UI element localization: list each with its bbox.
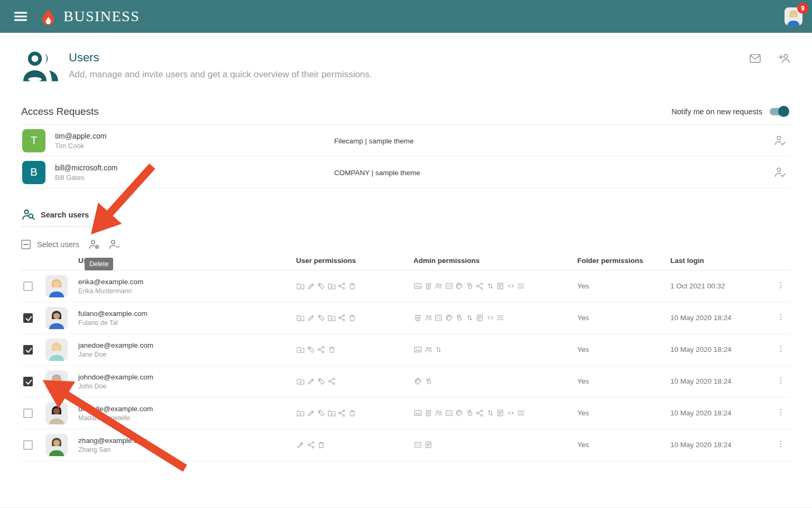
row-checkbox[interactable] — [23, 282, 33, 291]
folder-download-icon — [296, 409, 305, 418]
watermark-icon — [424, 377, 433, 386]
last-login-value: 1 Oct 2021 00:32 — [670, 282, 776, 290]
folder-download-icon — [296, 377, 305, 386]
users-icon — [424, 313, 433, 322]
access-request-row: T tim@apple.com Tim Cook Filecamp | samp… — [21, 125, 791, 157]
user-permission-icons[interactable] — [296, 440, 413, 449]
sort-icon — [486, 409, 495, 418]
remove-user-icon[interactable] — [108, 238, 121, 251]
share-icon — [337, 409, 346, 418]
request-name: Bill Gates — [55, 174, 117, 182]
folder-permissions-value: Yes — [577, 282, 670, 290]
image-folder-icon — [413, 345, 422, 354]
admin-permission-icons[interactable] — [413, 345, 577, 354]
share-icon — [475, 282, 484, 291]
sort-icon — [486, 282, 495, 291]
page-title: Users — [69, 51, 372, 65]
admin-permission-icons[interactable] — [413, 282, 577, 291]
admin-permission-icons[interactable] — [413, 409, 577, 418]
list-icon — [516, 409, 525, 418]
palette-icon — [455, 282, 464, 291]
user-name: John Doe — [78, 383, 296, 390]
kebab-menu-icon[interactable] — [776, 439, 786, 449]
notification-badge[interactable]: 9 — [797, 3, 808, 14]
column-last-login: Last login — [670, 257, 776, 265]
user-permission-icons[interactable] — [296, 377, 413, 386]
column-user-permissions: User permissions — [296, 257, 413, 265]
kebab-menu-icon[interactable] — [776, 344, 786, 353]
approve-user-icon[interactable] — [773, 134, 787, 147]
table-row: unetelle@example.com Madame Unetelle Yes… — [21, 397, 791, 429]
user-permission-icons[interactable] — [296, 282, 413, 291]
search-users-input[interactable]: Search users — [21, 207, 117, 227]
kebab-menu-icon[interactable] — [776, 376, 786, 385]
approve-user-icon[interactable] — [773, 166, 787, 179]
row-checkbox[interactable] — [23, 409, 33, 418]
column-folder-permissions: Folder permissions — [577, 257, 670, 265]
trash-icon — [348, 409, 357, 418]
row-checkbox[interactable] — [23, 377, 33, 386]
row-checkbox[interactable] — [23, 345, 33, 355]
add-user-icon[interactable] — [778, 52, 791, 65]
trash-icon — [317, 440, 326, 449]
tag-icon — [317, 313, 326, 322]
folder-add-icon — [327, 313, 336, 322]
admin-permission-icons[interactable] — [413, 377, 577, 386]
tag-icon — [317, 282, 326, 291]
select-all-checkbox[interactable] — [21, 240, 31, 249]
tag-icon — [307, 345, 316, 354]
user-email: fulano@example.com — [78, 310, 296, 318]
users-page-icon — [21, 51, 61, 81]
tag-icon — [317, 409, 326, 418]
trash-icon — [348, 313, 357, 322]
trash-alt-icon — [424, 282, 433, 291]
watermark-icon — [465, 409, 474, 418]
document-icon — [496, 282, 505, 291]
image-folder-icon — [413, 409, 422, 418]
document-icon — [475, 313, 484, 322]
request-project: Filecamp | sample theme — [334, 137, 414, 144]
user-avatar — [45, 434, 68, 456]
request-avatar: T — [22, 129, 45, 152]
notify-toggle[interactable] — [770, 108, 788, 115]
share-icon — [317, 345, 326, 354]
user-permission-icons[interactable] — [296, 345, 413, 354]
user-avatar — [45, 275, 68, 297]
user-avatar — [45, 339, 68, 361]
trash-icon — [327, 345, 336, 354]
user-avatar — [45, 370, 68, 393]
request-email: tim@apple.com — [55, 132, 106, 140]
menu-icon[interactable] — [13, 8, 29, 24]
select-users-label: Select users — [37, 240, 79, 249]
user-email: zhang@example.com — [78, 437, 296, 444]
image-folder-icon — [413, 282, 422, 291]
last-login-value: 10 May 2020 18:24 — [670, 409, 776, 417]
code-icon — [506, 409, 515, 418]
row-checkbox[interactable] — [23, 313, 33, 323]
user-permission-icons[interactable] — [296, 313, 413, 322]
user-email: erika@example.com — [78, 278, 296, 286]
kebab-menu-icon[interactable] — [776, 407, 786, 417]
admin-permission-icons[interactable] — [413, 440, 577, 449]
top-bar: BUSINESS 9 — [0, 0, 812, 33]
admin-permission-icons[interactable] — [413, 313, 577, 322]
table-row: fulano@example.com Fulano de Tal Yes 10 … — [21, 302, 791, 334]
mail-icon[interactable] — [749, 52, 762, 65]
palette-icon — [445, 313, 454, 322]
row-checkbox[interactable] — [23, 440, 33, 450]
kebab-menu-icon[interactable] — [776, 312, 786, 322]
document-icon — [496, 409, 505, 418]
watermark-icon — [455, 313, 464, 322]
edit-icon — [296, 440, 305, 449]
users-icon — [424, 345, 433, 354]
user-permission-icons[interactable] — [296, 409, 413, 418]
user-settings-icon[interactable] — [88, 238, 100, 251]
trash-alt-icon — [424, 409, 433, 418]
folder-permissions-value: Yes — [577, 409, 670, 417]
notify-label: Notify me on new requests — [671, 107, 762, 116]
table-row: johndoe@example.com John Doe Yes 10 May … — [21, 366, 791, 397]
folder-add-icon — [327, 409, 336, 418]
share-icon — [337, 313, 346, 322]
kebab-menu-icon[interactable] — [776, 280, 786, 290]
code-icon — [506, 282, 515, 291]
